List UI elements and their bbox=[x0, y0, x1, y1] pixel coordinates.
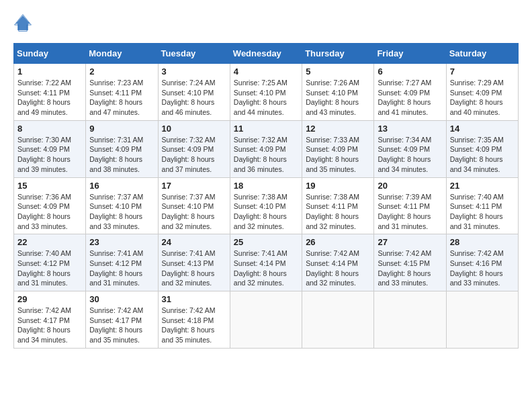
day-number: 22 bbox=[17, 237, 82, 247]
cell-info: Sunrise: 7:38 AMSunset: 4:10 PMDaylight:… bbox=[234, 193, 287, 230]
logo-icon bbox=[13, 13, 32, 32]
day-header-saturday: Saturday bbox=[446, 44, 518, 64]
day-number: 18 bbox=[234, 181, 298, 191]
cell-info: Sunrise: 7:27 AMSunset: 4:09 PMDaylight:… bbox=[378, 79, 431, 116]
cell-info: Sunrise: 7:40 AMSunset: 4:11 PMDaylight:… bbox=[450, 193, 504, 230]
cell-info: Sunrise: 7:37 AMSunset: 4:10 PMDaylight:… bbox=[162, 193, 216, 230]
calendar-cell: 23 Sunrise: 7:41 AMSunset: 4:12 PMDaylig… bbox=[86, 234, 158, 291]
day-number: 13 bbox=[378, 124, 442, 134]
day-number: 26 bbox=[306, 237, 370, 247]
week-row-1: 1 Sunrise: 7:22 AMSunset: 4:11 PMDayligh… bbox=[14, 64, 519, 121]
day-number: 28 bbox=[450, 237, 515, 247]
cell-info: Sunrise: 7:37 AMSunset: 4:10 PMDaylight:… bbox=[89, 193, 143, 230]
calendar-cell: 3 Sunrise: 7:24 AMSunset: 4:10 PMDayligh… bbox=[158, 64, 230, 121]
cell-info: Sunrise: 7:39 AMSunset: 4:11 PMDaylight:… bbox=[378, 193, 431, 230]
day-number: 29 bbox=[17, 294, 82, 304]
calendar-cell: 22 Sunrise: 7:40 AMSunset: 4:12 PMDaylig… bbox=[14, 234, 86, 291]
cell-info: Sunrise: 7:29 AMSunset: 4:09 PMDaylight:… bbox=[450, 79, 504, 116]
day-number: 9 bbox=[89, 124, 154, 134]
calendar-cell: 11 Sunrise: 7:32 AMSunset: 4:09 PMDaylig… bbox=[230, 120, 302, 177]
cell-info: Sunrise: 7:42 AMSunset: 4:16 PMDaylight:… bbox=[450, 249, 504, 287]
day-number: 30 bbox=[89, 294, 154, 304]
day-number: 1 bbox=[17, 66, 82, 77]
day-number: 11 bbox=[234, 124, 298, 134]
day-header-friday: Friday bbox=[374, 44, 446, 64]
calendar-cell: 15 Sunrise: 7:36 AMSunset: 4:09 PMDaylig… bbox=[14, 177, 86, 234]
day-number: 6 bbox=[378, 66, 442, 77]
cell-info: Sunrise: 7:22 AMSunset: 4:11 PMDaylight:… bbox=[17, 79, 71, 116]
day-number: 27 bbox=[378, 237, 442, 247]
cell-info: Sunrise: 7:34 AMSunset: 4:09 PMDaylight:… bbox=[378, 136, 431, 173]
calendar-cell: 17 Sunrise: 7:37 AMSunset: 4:10 PMDaylig… bbox=[158, 177, 230, 234]
cell-info: Sunrise: 7:38 AMSunset: 4:11 PMDaylight:… bbox=[306, 193, 359, 230]
calendar-cell: 1 Sunrise: 7:22 AMSunset: 4:11 PMDayligh… bbox=[14, 64, 86, 121]
day-number: 7 bbox=[450, 66, 515, 77]
day-number: 10 bbox=[162, 124, 226, 134]
cell-info: Sunrise: 7:31 AMSunset: 4:09 PMDaylight:… bbox=[89, 136, 143, 173]
calendar-cell: 13 Sunrise: 7:34 AMSunset: 4:09 PMDaylig… bbox=[374, 120, 446, 177]
cell-info: Sunrise: 7:32 AMSunset: 4:09 PMDaylight:… bbox=[234, 136, 287, 173]
calendar-cell: 25 Sunrise: 7:41 AMSunset: 4:14 PMDaylig… bbox=[230, 234, 302, 291]
week-row-3: 15 Sunrise: 7:36 AMSunset: 4:09 PMDaylig… bbox=[14, 177, 519, 234]
calendar-cell bbox=[446, 291, 518, 349]
cell-info: Sunrise: 7:24 AMSunset: 4:10 PMDaylight:… bbox=[162, 79, 216, 116]
calendar-cell: 16 Sunrise: 7:37 AMSunset: 4:10 PMDaylig… bbox=[86, 177, 158, 234]
calendar-cell: 27 Sunrise: 7:42 AMSunset: 4:15 PMDaylig… bbox=[374, 234, 446, 291]
calendar-cell: 9 Sunrise: 7:31 AMSunset: 4:09 PMDayligh… bbox=[86, 120, 158, 177]
day-header-sunday: Sunday bbox=[14, 44, 86, 64]
cell-info: Sunrise: 7:26 AMSunset: 4:10 PMDaylight:… bbox=[306, 79, 359, 116]
day-number: 17 bbox=[162, 181, 226, 191]
calendar-cell: 28 Sunrise: 7:42 AMSunset: 4:16 PMDaylig… bbox=[446, 234, 518, 291]
calendar-cell: 14 Sunrise: 7:35 AMSunset: 4:09 PMDaylig… bbox=[446, 120, 518, 177]
day-number: 4 bbox=[234, 66, 298, 77]
cell-info: Sunrise: 7:25 AMSunset: 4:10 PMDaylight:… bbox=[234, 79, 287, 116]
calendar-cell: 8 Sunrise: 7:30 AMSunset: 4:09 PMDayligh… bbox=[14, 120, 86, 177]
page-header bbox=[13, 13, 519, 32]
calendar-table: SundayMondayTuesdayWednesdayThursdayFrid… bbox=[13, 43, 519, 349]
week-row-4: 22 Sunrise: 7:40 AMSunset: 4:12 PMDaylig… bbox=[14, 234, 519, 291]
svg-marker-0 bbox=[15, 15, 30, 30]
day-header-wednesday: Wednesday bbox=[230, 44, 302, 64]
calendar-cell: 5 Sunrise: 7:26 AMSunset: 4:10 PMDayligh… bbox=[302, 64, 374, 121]
calendar-cell bbox=[374, 291, 446, 349]
day-header-tuesday: Tuesday bbox=[158, 44, 230, 64]
calendar-cell: 12 Sunrise: 7:33 AMSunset: 4:09 PMDaylig… bbox=[302, 120, 374, 177]
week-row-5: 29 Sunrise: 7:42 AMSunset: 4:17 PMDaylig… bbox=[14, 291, 519, 349]
cell-info: Sunrise: 7:41 AMSunset: 4:13 PMDaylight:… bbox=[162, 249, 216, 287]
day-number: 16 bbox=[89, 181, 154, 191]
day-number: 5 bbox=[306, 66, 370, 77]
day-number: 8 bbox=[17, 124, 82, 134]
day-number: 14 bbox=[450, 124, 515, 134]
calendar-cell: 24 Sunrise: 7:41 AMSunset: 4:13 PMDaylig… bbox=[158, 234, 230, 291]
day-number: 20 bbox=[378, 181, 442, 191]
calendar-cell: 29 Sunrise: 7:42 AMSunset: 4:17 PMDaylig… bbox=[14, 291, 86, 349]
day-headers-row: SundayMondayTuesdayWednesdayThursdayFrid… bbox=[14, 44, 519, 64]
calendar-cell: 20 Sunrise: 7:39 AMSunset: 4:11 PMDaylig… bbox=[374, 177, 446, 234]
week-row-2: 8 Sunrise: 7:30 AMSunset: 4:09 PMDayligh… bbox=[14, 120, 519, 177]
calendar-cell: 30 Sunrise: 7:42 AMSunset: 4:17 PMDaylig… bbox=[86, 291, 158, 349]
calendar-cell: 31 Sunrise: 7:42 AMSunset: 4:18 PMDaylig… bbox=[158, 291, 230, 349]
calendar-cell: 6 Sunrise: 7:27 AMSunset: 4:09 PMDayligh… bbox=[374, 64, 446, 121]
day-header-monday: Monday bbox=[86, 44, 158, 64]
cell-info: Sunrise: 7:40 AMSunset: 4:12 PMDaylight:… bbox=[17, 249, 71, 287]
calendar-cell: 18 Sunrise: 7:38 AMSunset: 4:10 PMDaylig… bbox=[230, 177, 302, 234]
cell-info: Sunrise: 7:30 AMSunset: 4:09 PMDaylight:… bbox=[17, 136, 71, 173]
cell-info: Sunrise: 7:33 AMSunset: 4:09 PMDaylight:… bbox=[306, 136, 359, 173]
cell-info: Sunrise: 7:35 AMSunset: 4:09 PMDaylight:… bbox=[450, 136, 504, 173]
day-number: 31 bbox=[162, 294, 226, 304]
day-number: 12 bbox=[306, 124, 370, 134]
logo bbox=[13, 13, 35, 32]
day-number: 23 bbox=[89, 237, 154, 247]
day-number: 15 bbox=[17, 181, 82, 191]
day-number: 25 bbox=[234, 237, 298, 247]
calendar-cell: 19 Sunrise: 7:38 AMSunset: 4:11 PMDaylig… bbox=[302, 177, 374, 234]
cell-info: Sunrise: 7:41 AMSunset: 4:12 PMDaylight:… bbox=[89, 249, 143, 287]
cell-info: Sunrise: 7:42 AMSunset: 4:18 PMDaylight:… bbox=[162, 306, 216, 344]
calendar-cell: 7 Sunrise: 7:29 AMSunset: 4:09 PMDayligh… bbox=[446, 64, 518, 121]
calendar-cell bbox=[230, 291, 302, 349]
calendar-cell: 2 Sunrise: 7:23 AMSunset: 4:11 PMDayligh… bbox=[86, 64, 158, 121]
cell-info: Sunrise: 7:32 AMSunset: 4:09 PMDaylight:… bbox=[162, 136, 216, 173]
cell-info: Sunrise: 7:42 AMSunset: 4:14 PMDaylight:… bbox=[306, 249, 359, 287]
day-header-thursday: Thursday bbox=[302, 44, 374, 64]
calendar-cell: 26 Sunrise: 7:42 AMSunset: 4:14 PMDaylig… bbox=[302, 234, 374, 291]
